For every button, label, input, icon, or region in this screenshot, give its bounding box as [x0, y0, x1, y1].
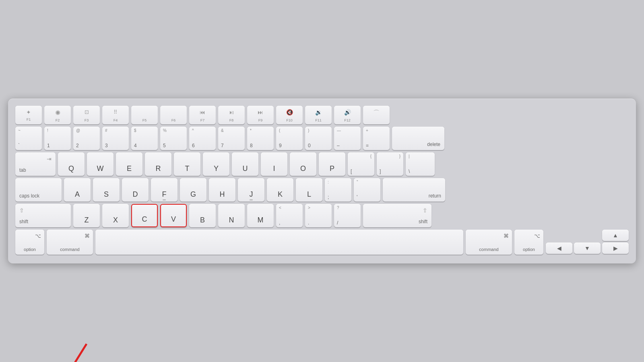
key-k[interactable]: K [267, 178, 293, 202]
key-minus[interactable]: — – [334, 127, 361, 150]
key-0[interactable]: ) 0 [305, 127, 332, 150]
key-x[interactable]: X [102, 204, 129, 227]
key-e[interactable]: E [116, 152, 142, 176]
key-f10[interactable]: 🔇 F10 [276, 106, 303, 124]
key-z[interactable]: Z [73, 204, 100, 227]
key-slash[interactable]: ? / [334, 204, 361, 227]
key-arrow-up[interactable]: ▲ [602, 230, 629, 241]
key-d[interactable]: D [122, 178, 149, 202]
key-p[interactable]: P [319, 152, 345, 176]
key-y[interactable]: Y [203, 152, 229, 176]
key-arrow-down[interactable]: ▼ [574, 243, 601, 254]
key-7[interactable]: & 7 [218, 127, 245, 150]
key-w[interactable]: W [87, 152, 114, 176]
key-f5[interactable]: F5 [131, 106, 158, 124]
keyboard-wrapper: F1 ✦ ✺ F2 ⊡ F3 ⠿ F4 F5 F6 ⏮ [8, 99, 636, 263]
key-shift-right[interactable]: shift ⇧ [363, 204, 431, 227]
key-f8[interactable]: ⏯ F8 [218, 106, 245, 124]
key-quote[interactable]: " ' [354, 178, 380, 202]
key-bracket-left[interactable]: { [ [348, 152, 374, 176]
key-tab[interactable]: tab ⇥ [15, 152, 56, 176]
key-j[interactable]: J [238, 178, 264, 202]
fn-row: F1 ✦ ✺ F2 ⊡ F3 ⠿ F4 F5 F6 ⏮ [15, 106, 629, 124]
key-r[interactable]: R [145, 152, 171, 176]
key-v[interactable]: V [160, 204, 187, 227]
arrow-cluster: ▲ ◀ ▼ ▶ [546, 230, 629, 255]
key-tilde[interactable]: ~ ` [15, 127, 42, 150]
bottom-char-row: shift ⇧ Z X C V B N M < , > . ? / shif [15, 204, 629, 227]
key-h[interactable]: H [209, 178, 235, 202]
key-i[interactable]: I [261, 152, 287, 176]
key-f4[interactable]: ⠿ F4 [102, 106, 129, 124]
key-2[interactable]: @ 2 [73, 127, 100, 150]
home-row: caps lock A S D F G H J K L : ; " ' [15, 178, 629, 202]
key-command-left[interactable]: ⌘ command [47, 230, 93, 255]
key-equals[interactable]: + = [363, 127, 390, 150]
number-row: ~ ` ! 1 @ 2 # 3 $ 4 % 5 [15, 127, 629, 150]
key-3[interactable]: # 3 [102, 127, 129, 150]
key-9[interactable]: ( 9 [276, 127, 303, 150]
key-f6[interactable]: F6 [160, 106, 187, 124]
key-a[interactable]: A [64, 178, 91, 202]
key-bracket-right[interactable]: } ] [377, 152, 403, 176]
key-f11[interactable]: 🔉 F11 [305, 106, 332, 124]
key-t[interactable]: T [174, 152, 200, 176]
key-option-left[interactable]: ⌥ option [15, 230, 44, 255]
key-n[interactable]: N [218, 204, 245, 227]
key-4[interactable]: $ 4 [131, 127, 158, 150]
key-6[interactable]: ^ 6 [189, 127, 216, 150]
key-f7[interactable]: ⏮ F7 [189, 106, 216, 124]
key-option-right[interactable]: ⌥ option [514, 230, 543, 255]
key-f2[interactable]: ✺ F2 [44, 106, 71, 124]
key-1[interactable]: ! 1 [44, 127, 71, 150]
qwerty-row: tab ⇥ Q W E R T Y U I O P { [ } ] | \ [15, 152, 629, 176]
key-b[interactable]: B [189, 204, 216, 227]
key-backslash[interactable]: | \ [406, 152, 435, 176]
key-f3[interactable]: ⊡ F3 [73, 106, 100, 124]
key-f12[interactable]: 🔊 F12 [334, 106, 361, 124]
key-f[interactable]: F [151, 178, 178, 202]
key-shift-left[interactable]: shift ⇧ [15, 204, 71, 227]
svg-line-1 [50, 344, 87, 362]
key-m[interactable]: M [247, 204, 274, 227]
key-l[interactable]: L [296, 178, 322, 202]
key-period[interactable]: > . [305, 204, 332, 227]
key-delete[interactable]: delete [392, 127, 444, 150]
key-semicolon[interactable]: : ; [325, 178, 351, 202]
key-space[interactable] [95, 230, 463, 255]
key-q[interactable]: Q [58, 152, 85, 176]
key-8[interactable]: * 8 [247, 127, 274, 150]
key-o[interactable]: O [290, 152, 316, 176]
key-arrow-left[interactable]: ◀ [546, 243, 572, 254]
key-5[interactable]: % 5 [160, 127, 187, 150]
key-u[interactable]: U [232, 152, 258, 176]
key-lock[interactable]: ⌒ [363, 106, 390, 124]
key-c[interactable]: C [131, 204, 158, 227]
keyboard: F1 ✦ ✺ F2 ⊡ F3 ⠿ F4 F5 F6 ⏮ [8, 99, 636, 263]
modifier-row: ⌥ option ⌘ command ⌘ command ⌥ option [15, 230, 629, 255]
key-caps[interactable]: caps lock [15, 178, 62, 202]
key-command-right[interactable]: ⌘ command [466, 230, 512, 255]
key-f9[interactable]: ⏭ F9 [247, 106, 274, 124]
key-f1[interactable]: F1 ✦ [15, 106, 42, 124]
key-s[interactable]: S [93, 178, 120, 202]
key-g[interactable]: G [180, 178, 206, 202]
key-arrow-right[interactable]: ▶ [602, 243, 629, 254]
key-comma[interactable]: < , [276, 204, 303, 227]
key-return[interactable]: return [383, 178, 445, 202]
